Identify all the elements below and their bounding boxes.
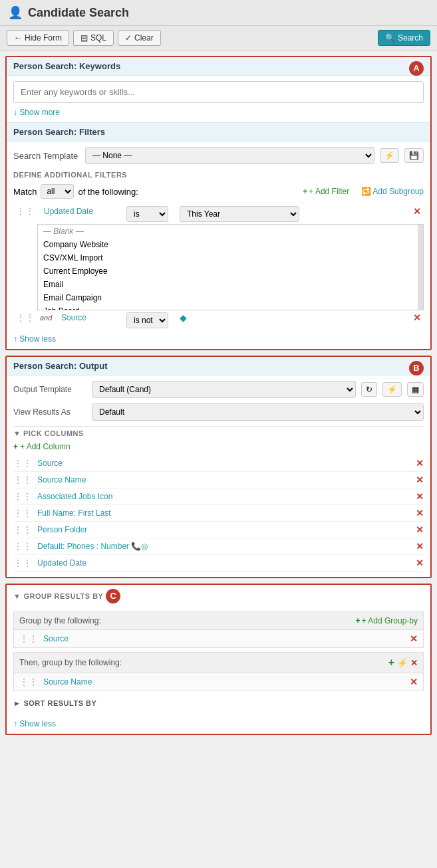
toolbar: ← Hide Form ▤ SQL ✓ Clear 🔍 Search (0, 26, 437, 51)
section-b-header: Person Search: Output B (7, 357, 430, 376)
dropdown-option-email-campaign[interactable]: Email Campaign (38, 291, 423, 304)
of-following-label: of the following: (78, 187, 138, 197)
group-name-2: Source Name (38, 677, 410, 687)
clear-icon: ✓ (125, 33, 132, 43)
col-remove-0[interactable]: ✕ (416, 458, 424, 469)
group-remove-2[interactable]: ✕ (410, 677, 418, 687)
person-icon: 👤 (8, 5, 23, 20)
col-drag-0[interactable]: ⋮⋮ (13, 458, 32, 469)
col-name-0: Source (37, 459, 416, 468)
sort-header[interactable]: ► SORT RESULTS BY (13, 699, 424, 707)
show-more-link[interactable]: ↓ Show more (13, 108, 60, 117)
keywords-input[interactable] (13, 81, 424, 103)
clear-button[interactable]: ✓ Clear (118, 30, 161, 46)
filter1-operator-select[interactable]: is is not (126, 206, 168, 222)
col-drag-5[interactable]: ⋮⋮ (13, 541, 32, 552)
col-drag-3[interactable]: ⋮⋮ (13, 508, 32, 518)
col-drag-2[interactable]: ⋮⋮ (13, 491, 32, 502)
filter1-value-select[interactable]: This Year Last Year This Month (180, 206, 299, 222)
section-c-panel: ▼ GROUP RESULTS BY C Group by the follow… (5, 584, 432, 735)
col-remove-6[interactable]: ✕ (416, 558, 424, 568)
then-group-copy-button[interactable]: ⚡ (397, 658, 408, 668)
then-group-add-button[interactable]: + (388, 657, 394, 669)
section-a-keywords-header: Person Search: Keywords A (7, 57, 430, 76)
section-a-filters-header: Person Search: Filters (7, 122, 430, 142)
col-drag-4[interactable]: ⋮⋮ (13, 524, 32, 535)
search-button[interactable]: 🔍 Search (378, 30, 430, 46)
col-name-6: Updated Date (37, 558, 416, 568)
output-template-label: Output Template (13, 385, 86, 394)
column-item-2: ⋮⋮ Associated Jobs Icon ✕ (13, 488, 424, 505)
drag-handle-2[interactable]: ⋮⋮ (16, 312, 35, 323)
filter-row-2: ⋮⋮ and Source is not is ◆ ✕ (13, 310, 424, 330)
filter2-remove-button[interactable]: ✕ (413, 312, 421, 323)
search-template-row: Search Template — None — ⚡ 💾 (13, 147, 424, 164)
filter1-remove-button[interactable]: ✕ (413, 206, 421, 217)
group-box-1-header: Group by the following: + + Add Group-by (14, 612, 423, 630)
drag-handle-1[interactable]: ⋮⋮ (16, 206, 35, 217)
col-remove-1[interactable]: ✕ (416, 475, 424, 485)
col-name-1: Source Name (37, 475, 416, 485)
filter-table: ⋮⋮ Updated Date is is not This Year Last… (13, 204, 424, 330)
dropdown-option-csv-xml[interactable]: CSV/XML Import (38, 251, 423, 265)
dropdown-option-job-board[interactable]: Job Board (38, 304, 423, 310)
col-remove-5[interactable]: ✕ (416, 541, 424, 552)
dropdown-option-email[interactable]: Email (38, 278, 423, 291)
show-less-link-bottom[interactable]: ↑ Show less (13, 719, 56, 728)
filter-row-1: ⋮⋮ Updated Date is is not This Year Last… (13, 204, 424, 224)
pick-columns-header: ▼ PICK COLUMNS (13, 429, 424, 437)
view-results-select[interactable]: Default Grid List (92, 403, 424, 421)
plus-icon-col: + (13, 442, 18, 451)
then-group-label: Then, group by the following: (19, 658, 388, 667)
dropdown-option-current-employee[interactable]: Current Employee (38, 265, 423, 278)
column-item-5: ⋮⋮ Default: Phones : Number 📞◎ ✕ (13, 538, 424, 555)
group-remove-1[interactable]: ✕ (410, 633, 418, 644)
col-remove-3[interactable]: ✕ (416, 508, 424, 518)
template-copy-button[interactable]: ⚡ (380, 148, 399, 163)
output-chart-button[interactable]: ▦ (407, 382, 424, 397)
sql-button[interactable]: ▤ SQL (73, 30, 114, 46)
triangle-right-icon: ► (13, 699, 21, 707)
col-drag-6[interactable]: ⋮⋮ (13, 558, 32, 568)
dropdown-option-company-website[interactable]: Company Website (38, 238, 423, 251)
output-copy-button[interactable]: ⚡ (382, 382, 402, 397)
group-by-label: Group by the following: (19, 616, 356, 625)
badge-c: C (106, 589, 120, 603)
col-drag-1[interactable]: ⋮⋮ (13, 475, 32, 485)
filter2-operator-select[interactable]: is not is (126, 312, 168, 328)
then-group-remove-button[interactable]: ✕ (410, 658, 418, 668)
view-results-row: View Results As Default Grid List (13, 403, 424, 421)
output-refresh-button[interactable]: ↻ (361, 382, 377, 397)
dropdown-option-blank[interactable]: — Blank — (38, 225, 423, 238)
section-a-keywords-body: ↓ Show more (7, 76, 430, 122)
page-header: 👤 Candidate Search (0, 0, 437, 26)
badge-b: B (409, 361, 424, 376)
sql-icon: ▤ (80, 33, 88, 43)
search-icon: 🔍 (385, 33, 395, 43)
col-name-4: Person Folder (37, 525, 416, 534)
source-dropdown[interactable]: — Blank — Company Website CSV/XML Import… (37, 224, 424, 310)
then-group-header: Then, group by the following: + ⚡ ✕ (14, 653, 423, 673)
group-drag-1[interactable]: ⋮⋮ (19, 633, 38, 644)
show-less-link[interactable]: ↑ Show less (13, 334, 56, 344)
group-box-1: Group by the following: + + Add Group-by… (13, 611, 424, 648)
col-remove-4[interactable]: ✕ (416, 524, 424, 535)
sort-section: ► SORT RESULTS BY (7, 695, 430, 711)
match-select[interactable]: all any (41, 184, 74, 199)
template-save-button[interactable]: 💾 (404, 148, 424, 163)
output-template-select[interactable]: Default (Cand) (92, 381, 356, 398)
add-column-button[interactable]: + + Add Column (13, 442, 71, 451)
section-b-panel: Person Search: Output B Output Template … (5, 356, 432, 578)
filter2-field: Source (57, 310, 90, 325)
add-subgroup-button[interactable]: 🔁 Add Subgroup (361, 187, 424, 196)
col-remove-2[interactable]: ✕ (416, 491, 424, 502)
search-template-select[interactable]: — None — (85, 147, 374, 164)
add-filter-button[interactable]: + + Add Filter (303, 187, 349, 196)
section-a-filters-body: Search Template — None — ⚡ 💾 DEFINE ADDI… (7, 142, 430, 349)
filter-icon[interactable]: ◆ (180, 312, 187, 323)
column-item-4: ⋮⋮ Person Folder ✕ (13, 522, 424, 538)
match-label: Match (13, 187, 37, 197)
add-group-by-button[interactable]: + + Add Group-by (356, 616, 418, 625)
group-drag-2[interactable]: ⋮⋮ (19, 677, 38, 687)
hide-form-button[interactable]: ← Hide Form (7, 30, 69, 46)
